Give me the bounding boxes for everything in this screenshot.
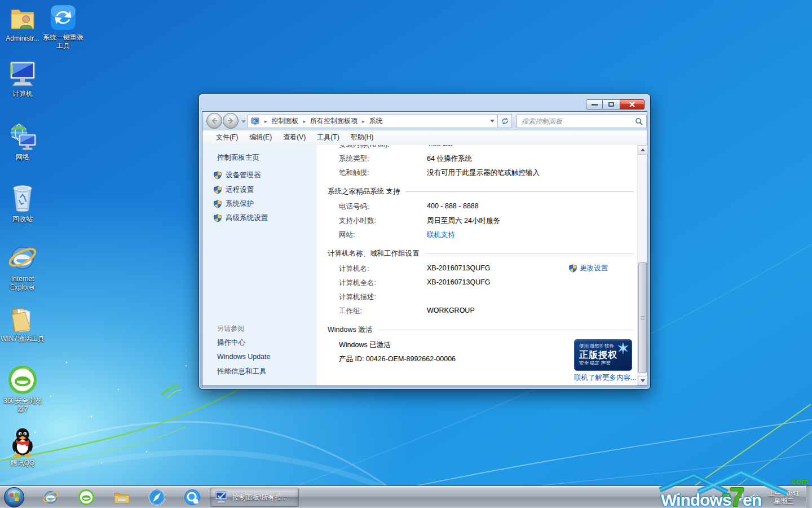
row-label: 网站: [339, 230, 427, 239]
sidebar-item-remote-settings[interactable]: 远程设置 [214, 185, 254, 195]
section-title: Windows 激活 [328, 325, 372, 335]
row-label: 笔和触摸: [339, 168, 427, 177]
sidebar-item-device-manager[interactable]: 设备管理器 [214, 170, 261, 180]
computer-row-full-name: 计算机全名: XB-20160713QUFG [339, 278, 627, 287]
maximize-button[interactable] [603, 99, 620, 110]
desktop-icon-network[interactable]: 网络 [0, 122, 45, 161]
refresh-button[interactable] [498, 114, 512, 128]
close-button[interactable] [620, 99, 645, 110]
row-value: 64 位操作系统 [427, 154, 472, 163]
menu-help[interactable]: 帮助(H) [345, 131, 379, 144]
sidebar-item-label: 系统保护 [226, 199, 254, 209]
sidebar-item-system-protection[interactable]: 系统保护 [214, 199, 254, 209]
tray-security-icon[interactable] [722, 493, 731, 502]
spec-row-pen-touch: 笔和触摸: 没有可用于此显示器的笔或触控输入 [339, 168, 627, 177]
uac-shield-icon [214, 171, 222, 179]
qq-browser-icon [184, 489, 201, 506]
menu-file[interactable]: 文件(F) [210, 131, 244, 144]
hidden-icons-chevron[interactable] [710, 494, 717, 500]
genuine-software-badge[interactable]: 使用 微软® 软件 正版授权 安全 稳定 声誉 [574, 339, 632, 371]
row-value: 4.00 GB [427, 145, 453, 149]
section-title: 系统之家精品系统 支持 [328, 187, 400, 196]
network-icon [8, 122, 37, 151]
scrollbar-thumb[interactable] [638, 262, 647, 373]
recent-pages-dropdown[interactable] [241, 120, 246, 123]
online-support-link[interactable]: 联机支持 [427, 230, 455, 239]
scroll-up-button[interactable] [638, 145, 647, 155]
maximize-icon [608, 102, 614, 107]
forward-button[interactable] [223, 113, 239, 129]
desktop-icon-administrator[interactable]: Administr... [0, 5, 45, 43]
search-input[interactable] [517, 117, 635, 125]
desktop-icon-computer[interactable]: 计算机 [0, 59, 45, 98]
row-label: 计算机描述: [339, 292, 427, 301]
support-row-hours: 支持小时数: 周日至周六 24小时服务 [339, 216, 627, 225]
activation-status: Windows 已激活 [339, 340, 391, 349]
desktop-icon-internet-explorer[interactable]: Internet Explorer [0, 243, 45, 292]
tray-clock[interactable]: 上午 10:41 星期三 [764, 489, 804, 505]
row-value: XB-20160713QUFG [427, 264, 491, 273]
tray-volume-icon[interactable] [750, 493, 758, 501]
row-label: 工作组: [339, 306, 427, 316]
menu-edit[interactable]: 编辑(E) [244, 131, 277, 144]
sidebar-item-performance-tools[interactable]: 性能信息和工具 [217, 367, 267, 376]
taskbar-compass-browser[interactable] [148, 488, 166, 506]
system-window: ▸ 控制面板 ▸ 所有控制面板项 ▸ 系统 [198, 94, 651, 389]
row-value: WORKGROUP [427, 306, 475, 316]
desktop-icon-label: 回收站 [12, 215, 33, 224]
desktop-icon-label: Administr... [6, 34, 39, 43]
sidebar: 控制面板主页 设备管理器 [202, 145, 316, 386]
internet-explorer-icon [42, 489, 59, 506]
address-dropdown[interactable] [487, 115, 497, 128]
change-settings-link[interactable]: 更改设置 [569, 264, 608, 273]
navigation-bar: ▸ 控制面板 ▸ 所有控制面板项 ▸ 系统 [202, 112, 647, 130]
desktop-icon-tencent-qq[interactable]: 腾讯QQ [0, 427, 45, 467]
content-area: 控制面板主页 设备管理器 [202, 145, 647, 386]
address-bar[interactable]: ▸ 控制面板 ▸ 所有控制面板项 ▸ 系统 [248, 114, 498, 128]
learn-more-online-link[interactable]: 联机了解更多内容... [574, 373, 636, 383]
show-desktop-button[interactable] [806, 486, 812, 508]
close-icon [629, 102, 636, 107]
breadcrumb-system[interactable]: 系统 [369, 116, 383, 126]
row-value: 周日至周六 24小时服务 [427, 216, 500, 225]
badge-line-bottom: 安全 稳定 声誉 [579, 360, 627, 367]
internet-explorer-icon [7, 243, 38, 273]
search-box[interactable] [517, 114, 647, 128]
scroll-down-button[interactable] [638, 376, 647, 386]
genuine-star-icon [617, 342, 629, 354]
row-label: 安装内存(RAM): [339, 145, 427, 149]
taskbar: 控制面板\所有控... 上午 10:41 星期三 [0, 485, 812, 508]
breadcrumb-control-panel[interactable]: 控制面板 [272, 116, 299, 126]
support-row-website: 网站: 联机支持 [339, 230, 627, 239]
desktop-icon-win7-activation-tool[interactable]: WIN7激活工具 [0, 304, 45, 343]
breadcrumb-all-items[interactable]: 所有控制面板项 [310, 116, 358, 126]
section-title: 计算机名称、域和工作组设置 [328, 249, 420, 259]
breadcrumb-separator: ▸ [264, 119, 267, 124]
taskbar-360-browser[interactable] [77, 488, 95, 506]
menu-view[interactable]: 查看(V) [277, 131, 311, 144]
sidebar-item-control-panel-home[interactable]: 控制面板主页 [217, 153, 259, 163]
taskbar-internet-explorer[interactable] [42, 488, 60, 506]
back-button[interactable] [206, 113, 222, 129]
taskbar-explorer-folder[interactable] [113, 488, 131, 506]
desktop-icon-360-browser[interactable]: 360安全浏览器7 [0, 365, 45, 414]
tray-network-icon[interactable] [736, 493, 745, 501]
change-settings-label: 更改设置 [580, 264, 608, 273]
desktop-icon-reinstall-tool[interactable]: 系统一键重装工具 [41, 3, 86, 50]
menu-bar: 文件(F) 编辑(E) 查看(V) 工具(T) 帮助(H) [202, 131, 647, 144]
desktop-icon-recycle-bin[interactable]: 回收站 [0, 182, 45, 224]
row-label: 支持小时数: [339, 216, 427, 225]
sidebar-item-advanced-settings[interactable]: 高级系统设置 [214, 213, 268, 223]
computer-icon [8, 59, 37, 88]
taskbar-active-window-button[interactable]: 控制面板\所有控... [210, 488, 299, 507]
taskbar-qq-browser[interactable] [183, 488, 201, 506]
sidebar-item-action-center[interactable]: 操作中心 [217, 338, 245, 348]
desktop: Administr... 系统一键重装工具 计算机 [0, 0, 812, 508]
sidebar-item-windows-update[interactable]: Windows Update [217, 353, 271, 361]
qq-penguin-icon [8, 427, 37, 457]
minimize-button[interactable] [586, 99, 603, 110]
start-button[interactable] [3, 487, 25, 508]
menu-tools[interactable]: 工具(T) [311, 131, 345, 144]
vertical-scrollbar[interactable] [637, 145, 647, 386]
back-arrow-icon [210, 117, 218, 125]
